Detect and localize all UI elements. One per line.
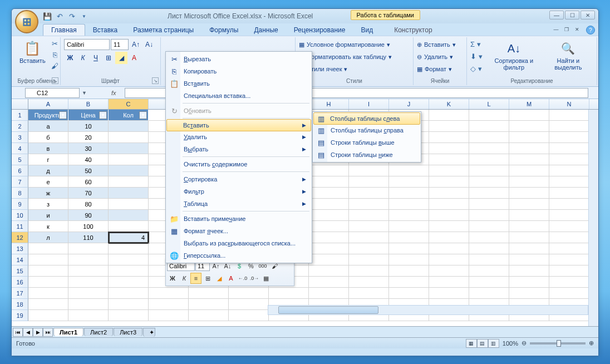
cell[interactable]: [109, 132, 149, 143]
row-header-2[interactable]: 2: [12, 121, 28, 132]
cell[interactable]: 70: [68, 188, 109, 199]
cell[interactable]: 90: [68, 210, 109, 221]
cell[interactable]: [28, 254, 68, 265]
increase-font-icon[interactable]: A↑: [130, 38, 142, 51]
cm-paste[interactable]: 📋Вставить: [167, 77, 311, 90]
cell[interactable]: [229, 299, 269, 310]
cell[interactable]: [549, 176, 589, 188]
vertical-scrollbar[interactable]: [588, 110, 598, 326]
font-dialog-launcher[interactable]: ↘: [152, 77, 159, 84]
cell[interactable]: [469, 188, 509, 199]
cell[interactable]: [349, 188, 389, 199]
cell[interactable]: [229, 310, 269, 321]
cell[interactable]: [349, 232, 389, 243]
name-box[interactable]: C12: [25, 88, 80, 98]
col-header-c[interactable]: C: [109, 99, 149, 109]
row-header-11[interactable]: 11: [12, 221, 28, 232]
cell[interactable]: [389, 232, 429, 243]
row-header-1[interactable]: 1: [12, 110, 28, 121]
cell[interactable]: [549, 132, 589, 143]
cell[interactable]: [469, 121, 509, 132]
cell[interactable]: [269, 288, 309, 299]
filter-dropdown[interactable]: ▾: [99, 111, 107, 119]
cm-format-cells[interactable]: ▦Формат ячеек...: [167, 225, 311, 237]
cell[interactable]: д: [28, 165, 68, 176]
cell[interactable]: [549, 199, 589, 210]
cell[interactable]: [549, 221, 589, 232]
cell[interactable]: [349, 288, 389, 299]
cell[interactable]: [309, 288, 349, 299]
cm-delete[interactable]: Удалить▶: [167, 131, 311, 143]
office-button[interactable]: [15, 10, 38, 33]
tab-layout[interactable]: Разметка страницы: [125, 24, 201, 36]
italic-button[interactable]: К: [77, 52, 89, 64]
cell[interactable]: [469, 210, 509, 221]
cell[interactable]: [28, 310, 68, 321]
cell[interactable]: [509, 143, 549, 154]
row-header-19[interactable]: 19: [12, 310, 28, 321]
cell[interactable]: [109, 176, 149, 188]
col-header-i[interactable]: I: [349, 99, 389, 109]
zoom-out-button[interactable]: ⊖: [522, 340, 527, 347]
cell[interactable]: 10: [68, 121, 109, 132]
cell[interactable]: а: [28, 121, 68, 132]
cm-dropdown-list[interactable]: Выбрать из раскрывающегося списка...: [167, 237, 311, 249]
cell[interactable]: [149, 310, 189, 321]
select-all-corner[interactable]: [12, 99, 28, 109]
cell[interactable]: [509, 221, 549, 232]
zoom-in-button[interactable]: ⊕: [589, 340, 594, 347]
cell[interactable]: [429, 132, 469, 143]
cell[interactable]: [549, 288, 589, 299]
clipboard-dialog-launcher[interactable]: ↘: [52, 77, 58, 84]
cell[interactable]: [389, 176, 429, 188]
cell[interactable]: [549, 154, 589, 165]
cell[interactable]: [429, 210, 469, 221]
normal-view-button[interactable]: ▦: [466, 339, 477, 348]
cell[interactable]: [109, 188, 149, 199]
col-header-a[interactable]: A: [28, 99, 68, 109]
cell[interactable]: [469, 132, 509, 143]
cm-sort[interactable]: Сортировка▶: [167, 173, 311, 185]
cell[interactable]: [469, 143, 509, 154]
cell[interactable]: [68, 277, 109, 288]
save-icon[interactable]: 💾: [42, 11, 53, 22]
col-header-m[interactable]: M: [509, 99, 549, 109]
cell[interactable]: з: [28, 199, 68, 210]
cell[interactable]: 100: [68, 221, 109, 232]
cell[interactable]: 110: [68, 232, 109, 243]
font-name-combo[interactable]: Calibri: [64, 39, 110, 50]
cell[interactable]: [429, 265, 469, 277]
cell[interactable]: [309, 165, 349, 176]
cell[interactable]: [429, 199, 469, 210]
cell[interactable]: [429, 221, 469, 232]
row-header-13[interactable]: 13: [12, 243, 28, 254]
cell[interactable]: [109, 165, 149, 176]
cell[interactable]: [109, 199, 149, 210]
cell[interactable]: [28, 288, 68, 299]
mdi-minimize[interactable]: —: [552, 26, 560, 33]
cell[interactable]: [309, 210, 349, 221]
cell[interactable]: [68, 254, 109, 265]
cell[interactable]: [389, 210, 429, 221]
cell[interactable]: [549, 210, 589, 221]
cell[interactable]: [469, 265, 509, 277]
cell[interactable]: [549, 254, 589, 265]
row-header-3[interactable]: 3: [12, 132, 28, 143]
cell[interactable]: [68, 243, 109, 254]
cell[interactable]: [109, 254, 149, 265]
cell[interactable]: л: [28, 232, 68, 243]
col-header-b[interactable]: B: [68, 99, 109, 109]
cell[interactable]: [549, 232, 589, 243]
cell[interactable]: Цена▾: [68, 110, 109, 121]
cell[interactable]: [469, 254, 509, 265]
mdi-restore[interactable]: ❐: [562, 26, 571, 33]
cell[interactable]: [429, 154, 469, 165]
cell[interactable]: [469, 154, 509, 165]
cell[interactable]: [189, 299, 229, 310]
cell[interactable]: е: [28, 176, 68, 188]
cell[interactable]: [469, 288, 509, 299]
underline-button[interactable]: Ч: [90, 52, 102, 64]
tab-formulas[interactable]: Формулы: [201, 24, 246, 36]
tab-konstruktor[interactable]: Конструктор: [386, 24, 440, 36]
mt-font-color[interactable]: A: [225, 273, 237, 284]
